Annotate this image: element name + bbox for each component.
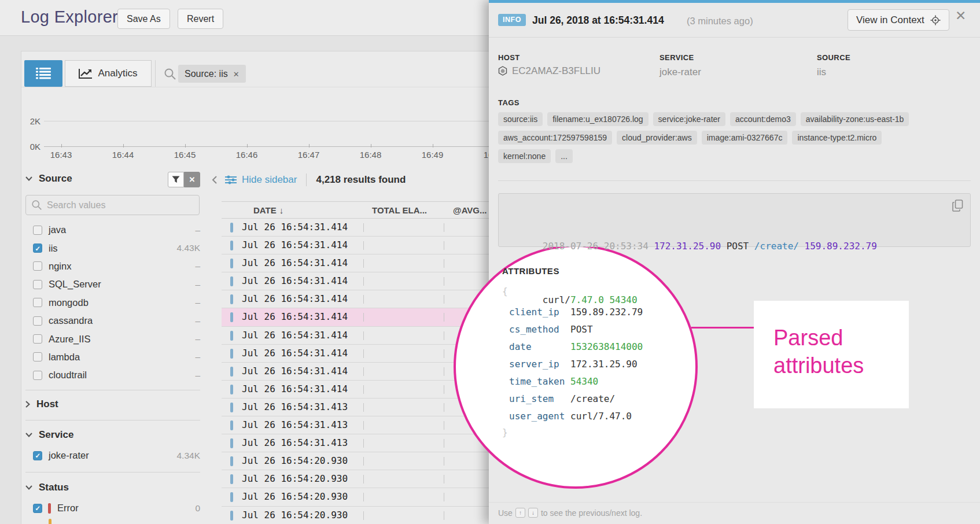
facet-checkbox[interactable] (33, 352, 42, 361)
attribute-key[interactable]: cs_method (509, 324, 570, 335)
tag-pill[interactable]: filename:u_ex180726.log (547, 112, 648, 126)
facet-item[interactable]: cassandra – (25, 312, 200, 330)
hide-sidebar-link[interactable]: Hide sidebar (225, 174, 297, 186)
tag-pill[interactable]: service:joke-rater (653, 112, 725, 126)
sort-descending-icon: ↓ (279, 205, 284, 215)
facet-item[interactable]: cloudtrail – (25, 366, 200, 384)
column-header-total-elapsed[interactable]: TOTAL ELA... (372, 205, 427, 215)
log-row[interactable]: Jul 26 16:54:20.930 (222, 470, 489, 488)
attribute-row: cs_method POST (509, 320, 769, 338)
facet-checkbox[interactable] (33, 504, 42, 513)
tag-pill[interactable]: kernel:none (498, 149, 551, 163)
facet-header-source[interactable]: Source (25, 173, 72, 184)
copy-icon[interactable] (952, 200, 963, 212)
log-row[interactable]: Jul 26 16:54:31.414 (222, 290, 489, 308)
log-row[interactable]: Jul 26 16:54:31.414 (222, 345, 489, 363)
tag-pill[interactable]: aws_account:172597598159 (498, 131, 612, 145)
log-row[interactable]: Jul 26 16:54:31.413 (222, 398, 489, 416)
facet-checkbox[interactable] (33, 243, 42, 253)
collapse-chevron-left-icon[interactable] (212, 176, 217, 184)
tag-pill[interactable]: ... (555, 149, 573, 163)
attribute-key[interactable]: date (509, 341, 570, 352)
facet-source-items: java – iis 4.43K nginx – SQL_Server (25, 221, 200, 385)
facet-item[interactable]: nginx – (25, 257, 200, 275)
facet-item[interactable]: lambda – (25, 348, 200, 366)
log-row[interactable]: Jul 26 16:54:31.414 (222, 308, 489, 326)
remove-filter-icon[interactable] (233, 69, 240, 79)
facet-checkbox[interactable] (33, 371, 42, 380)
close-panel-icon[interactable] (955, 8, 966, 24)
analytics-view-toggle[interactable]: Analytics (65, 60, 152, 87)
save-as-button[interactable]: Save As (117, 9, 170, 29)
attribute-key[interactable]: client_ip (509, 307, 570, 318)
attribute-value: 172.31.25.90 (570, 359, 638, 370)
tag-pill[interactable]: source:iis (498, 112, 543, 126)
facet-item-count: – (195, 334, 200, 344)
filter-tag-label: Source: iis (185, 69, 228, 79)
facet-item[interactable]: SQL_Server – (25, 275, 200, 293)
attribute-key[interactable]: server_ip (509, 359, 570, 370)
tag-pill[interactable]: account:demo3 (730, 112, 796, 126)
service-label: SERVICE (660, 53, 694, 62)
attributes-label: ATTRIBUTES (502, 266, 559, 276)
facet-checkbox[interactable] (33, 261, 42, 271)
list-view-toggle[interactable] (24, 60, 62, 87)
facet-item-label: cloudtrail (49, 370, 87, 381)
attribute-key[interactable]: user_agent (509, 411, 570, 422)
clear-filter-button[interactable] (184, 172, 200, 187)
host-value: EC2AMAZ-B3FLLIU (498, 65, 600, 77)
filter-funnel-button[interactable] (168, 172, 184, 187)
facet-checkbox[interactable] (33, 451, 42, 460)
cell-divider (444, 457, 444, 466)
json-close-brace: } (502, 427, 508, 438)
facet-checkbox[interactable] (33, 298, 42, 307)
facet-checkbox[interactable] (33, 334, 42, 344)
facet-search-input[interactable] (25, 195, 200, 215)
log-row[interactable]: Jul 26 16:54:31.414 (222, 237, 489, 254)
facet-checkbox[interactable] (33, 226, 42, 235)
search-filter-tag[interactable]: Source: iis (178, 65, 246, 83)
facet-header-service[interactable]: Service (25, 429, 74, 441)
facet-item-label: nginx (49, 261, 71, 272)
log-row[interactable]: Jul 26 16:54:31.413 (222, 416, 489, 434)
facet-checkbox[interactable] (33, 280, 42, 289)
log-status-bar (230, 294, 233, 304)
log-row[interactable]: Jul 26 16:54:20.930 (222, 507, 489, 524)
facet-header-status[interactable]: Status (25, 482, 69, 493)
log-row[interactable]: Jul 26 16:54:31.414 (222, 219, 489, 237)
facet-item[interactable]: joke-rater 4.34K (25, 446, 200, 464)
log-status-bar (230, 349, 233, 359)
column-header-avg[interactable]: @AVG... (453, 205, 487, 215)
log-status-bar (230, 403, 233, 412)
chart-gridline (44, 121, 489, 121)
log-row-date: Jul 26 16:54:31.413 (242, 419, 348, 430)
log-row[interactable]: Jul 26 16:54:20.930 (222, 488, 489, 506)
attribute-key[interactable]: uri_stem (509, 393, 570, 404)
view-in-context-button[interactable]: View in Context (848, 9, 949, 31)
facet-item[interactable]: java – (25, 221, 200, 239)
tag-pill[interactable]: cloud_provider:aws (617, 131, 697, 145)
facet-checkbox[interactable] (33, 316, 42, 326)
log-row[interactable]: Jul 26 16:54:31.414 (222, 381, 489, 398)
tag-pill[interactable]: availability-zone:us-east-1b (801, 112, 909, 126)
tag-pill[interactable]: image:ami-0327667c (702, 131, 788, 145)
facet-item[interactable]: mongodb – (25, 294, 200, 312)
status-color-bar (48, 503, 51, 514)
log-row[interactable]: Jul 26 16:54:31.414 (222, 363, 489, 381)
log-row[interactable]: Jul 26 16:54:31.414 (222, 254, 489, 272)
facet-header-host[interactable]: Host (25, 398, 58, 410)
facet-item[interactable]: iis 4.43K (25, 239, 200, 257)
revert-button[interactable]: Revert (178, 9, 223, 29)
log-row[interactable]: Jul 26 16:54:31.414 (222, 272, 489, 290)
attribute-key[interactable]: time_taken (509, 376, 570, 387)
log-row[interactable]: Jul 26 16:54:31.414 (222, 327, 489, 345)
facet-item[interactable]: Azure_IIS – (25, 330, 200, 348)
facet-item[interactable]: Error 0 (25, 499, 200, 517)
tag-pill[interactable]: instance-type:t2.micro (792, 131, 882, 145)
log-explorer-app: Log Explorer Save As Revert (0, 0, 980, 524)
column-header-date[interactable]: DATE↓ (253, 205, 283, 215)
log-status-bar (230, 259, 233, 268)
log-row[interactable]: Jul 26 16:54:20.930 (222, 452, 489, 470)
log-row[interactable]: Jul 26 16:54:31.413 (222, 434, 489, 452)
results-table-body: Jul 26 16:54:31.414 Jul 26 16:54:31.414 … (222, 219, 489, 524)
